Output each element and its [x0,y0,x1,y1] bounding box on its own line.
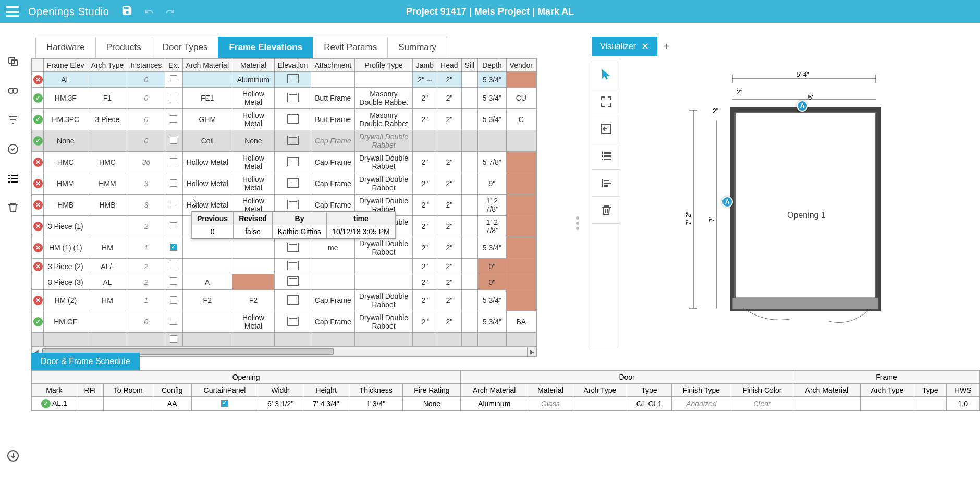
cell-head[interactable]: 2" [437,216,461,237]
cell-vendor[interactable] [506,259,536,274]
cell-profile_type[interactable] [355,259,413,274]
cell-instances[interactable]: 36 [127,152,165,173]
cell-jamb[interactable]: 2" [412,216,437,237]
pointer-tool-icon[interactable] [592,61,620,88]
sched-col[interactable]: Config [153,384,191,397]
cell-arch_type[interactable]: AL/- [88,259,127,274]
cell-arch_type[interactable]: 3 Piece [88,109,127,130]
sched-col[interactable]: Arch Material [793,384,860,397]
ext-checkbox[interactable] [170,158,177,165]
cell-elevation[interactable] [274,72,311,88]
cell-ext[interactable] [165,152,182,173]
cell-attachment[interactable]: Cap Frame [311,152,355,173]
cell-depth[interactable]: 5 3/4" [478,88,506,109]
copy-icon[interactable] [6,54,20,69]
cell-arch_material[interactable] [182,259,232,274]
cell-frame_elev[interactable]: HMC [44,152,88,173]
col-instances[interactable]: Instances [127,59,165,72]
cell-head[interactable]: 2" [437,311,461,333]
ext-checkbox[interactable] [170,115,177,123]
cell-jamb[interactable]: 2" [412,259,437,274]
ext-checkbox[interactable] [170,262,177,269]
cell-depth[interactable]: 0" [478,274,506,290]
cell-frame_elev[interactable]: HM.GF [44,311,88,333]
cell-head[interactable]: 2" [437,109,461,130]
sched-col[interactable]: Type [627,384,672,397]
cell-frame_elev[interactable]: HMB [44,195,88,216]
ext-checkbox[interactable] [170,75,177,82]
target-icon[interactable] [6,142,20,156]
cell-profile_type[interactable]: Drywall Double Rabbet [355,311,413,333]
cell-vendor[interactable] [506,237,536,259]
cell-jamb[interactable]: 2" [412,88,437,109]
cell-frame_elev[interactable]: HM (2) [44,290,88,311]
align-tool-icon[interactable] [592,170,620,197]
cell-depth[interactable]: 9" [478,173,506,195]
list-icon[interactable] [6,171,20,186]
cell-jamb[interactable]: 2" [412,173,437,195]
cell-head[interactable]: 2" [437,290,461,311]
cell-attachment[interactable] [311,274,355,290]
sched-col[interactable]: CurtainPanel [192,384,258,397]
cell-vendor[interactable] [506,130,536,152]
cell-vendor[interactable] [506,195,536,216]
tab-revit-params[interactable]: Revit Params [313,37,388,58]
cell-frame_elev[interactable]: HM.3PC [44,109,88,130]
col-arch-type[interactable]: Arch Type [88,59,127,72]
cell-arch_material[interactable]: F2 [182,290,232,311]
ext-checkbox[interactable] [170,94,177,101]
cell-head[interactable]: 2" [437,173,461,195]
table-row[interactable]: ✕HMMHMM3Hollow MetalHollow MetalCap Fram… [32,173,536,195]
cell-instances[interactable]: 3 [127,195,165,216]
col-attachment[interactable]: Attachment [311,59,355,72]
sched-col[interactable]: Arch Type [573,384,627,397]
cell-sill[interactable] [461,237,478,259]
cell-jamb[interactable]: 2" [412,152,437,173]
cell-head[interactable]: 2" [437,274,461,290]
cell-vendor[interactable]: BA [506,311,536,333]
cell-arch_material[interactable]: Coil [182,130,232,152]
cell-elevation[interactable] [274,173,311,195]
cell-material[interactable] [232,237,275,259]
hamburger-menu-icon[interactable] [6,6,19,17]
cell-jamb[interactable]: 2" [412,274,437,290]
sched-col[interactable]: HWS [946,384,979,397]
col-sill[interactable]: Sill [461,59,478,72]
table-row[interactable]: ✕HMCHMC36Hollow MetalHollow MetalCap Fra… [32,152,536,173]
cell-elevation[interactable] [274,259,311,274]
cell-depth[interactable]: 5 3/4" [478,290,506,311]
table-row[interactable]: ✓HM.GF0Hollow MetalCap FrameDrywall Doub… [32,311,536,333]
cell-instances[interactable]: 1 [127,290,165,311]
cell-attachment[interactable]: Butt Frame [311,109,355,130]
cell-instances[interactable]: 2 [127,216,165,237]
cell-arch_material[interactable] [182,237,232,259]
cell-profile_type[interactable]: Masonry Double Rabbet [355,88,413,109]
cell-ext[interactable] [165,216,182,237]
cell-instances[interactable]: 0 [127,130,165,152]
cell-vendor[interactable] [506,216,536,237]
cell-material[interactable]: Aluminum [232,72,275,88]
col-jamb[interactable]: Jamb [412,59,437,72]
cell-frame_elev[interactable]: None [44,130,88,152]
cell-sill[interactable] [461,195,478,216]
table-row[interactable]: ✓HM.3FF10FE1Hollow MetalButt FrameMasonr… [32,88,536,109]
cell-elevation[interactable] [274,130,311,152]
cell-profile_type[interactable] [355,72,413,88]
cell-arch_material[interactable]: Hollow Metal [182,152,232,173]
cell-profile_type[interactable]: Drywall Double Rabbet [355,152,413,173]
cell-arch_material[interactable] [182,72,232,88]
cell-instances[interactable]: 1 [127,237,165,259]
sched-col[interactable]: Thickness [349,384,403,397]
cell-arch_type[interactable]: F1 [88,88,127,109]
cell-instances[interactable]: 2 [127,259,165,274]
visualizer-tab[interactable]: Visualizer ✕ [592,37,657,56]
list-tool-icon[interactable] [592,142,620,170]
cell-sill[interactable] [461,88,478,109]
table-row[interactable]: ✓None0CoilNoneCap FrameDrywall Double Ra… [32,130,536,152]
cell-attachment[interactable]: Cap Frame [311,311,355,333]
download-icon[interactable] [6,449,20,463]
cell-sill[interactable] [461,130,478,152]
cell-attachment[interactable]: Butt Frame [311,88,355,109]
cell-arch_type[interactable] [88,130,127,152]
cell-arch_type[interactable]: HMM [88,173,127,195]
